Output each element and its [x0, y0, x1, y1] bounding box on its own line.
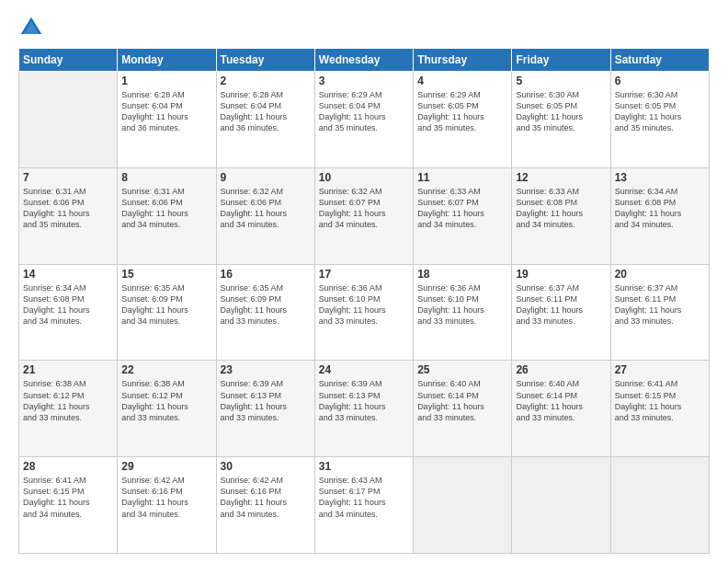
day-info: Sunrise: 6:38 AM Sunset: 6:12 PM Dayligh…	[23, 378, 113, 423]
weekday-header-friday: Friday	[512, 49, 610, 72]
day-number: 15	[121, 268, 211, 281]
calendar-cell: 25Sunrise: 6:40 AM Sunset: 6:14 PM Dayli…	[414, 361, 512, 457]
logo	[18, 15, 46, 40]
day-info: Sunrise: 6:33 AM Sunset: 6:08 PM Dayligh…	[516, 186, 606, 231]
day-info: Sunrise: 6:34 AM Sunset: 6:08 PM Dayligh…	[615, 186, 705, 231]
calendar-cell: 21Sunrise: 6:38 AM Sunset: 6:12 PM Dayli…	[19, 361, 118, 457]
day-info: Sunrise: 6:36 AM Sunset: 6:10 PM Dayligh…	[417, 282, 507, 327]
weekday-header-sunday: Sunday	[19, 49, 118, 72]
calendar-cell: 7Sunrise: 6:31 AM Sunset: 6:06 PM Daylig…	[19, 167, 118, 264]
calendar-cell: 30Sunrise: 6:42 AM Sunset: 6:16 PM Dayli…	[216, 457, 314, 554]
calendar-cell: 27Sunrise: 6:41 AM Sunset: 6:15 PM Dayli…	[610, 361, 709, 457]
calendar-week-4: 21Sunrise: 6:38 AM Sunset: 6:12 PM Dayli…	[19, 361, 710, 457]
calendar-cell: 24Sunrise: 6:39 AM Sunset: 6:13 PM Dayli…	[314, 361, 413, 457]
calendar-table: SundayMondayTuesdayWednesdayThursdayFrid…	[18, 48, 710, 554]
day-info: Sunrise: 6:42 AM Sunset: 6:16 PM Dayligh…	[221, 475, 311, 520]
calendar-header: SundayMondayTuesdayWednesdayThursdayFrid…	[19, 49, 710, 72]
day-info: Sunrise: 6:31 AM Sunset: 6:06 PM Dayligh…	[23, 186, 113, 231]
day-info: Sunrise: 6:31 AM Sunset: 6:06 PM Dayligh…	[121, 186, 211, 231]
day-number: 13	[615, 171, 705, 184]
calendar-cell: 28Sunrise: 6:41 AM Sunset: 6:15 PM Dayli…	[19, 457, 118, 554]
calendar-week-5: 28Sunrise: 6:41 AM Sunset: 6:15 PM Dayli…	[19, 457, 710, 554]
calendar-cell: 17Sunrise: 6:36 AM Sunset: 6:10 PM Dayli…	[314, 264, 413, 361]
day-info: Sunrise: 6:36 AM Sunset: 6:10 PM Dayligh…	[319, 282, 409, 327]
day-number: 25	[417, 363, 507, 376]
calendar-cell: 3Sunrise: 6:29 AM Sunset: 6:04 PM Daylig…	[314, 72, 413, 168]
calendar-cell: 15Sunrise: 6:35 AM Sunset: 6:09 PM Dayli…	[118, 264, 216, 361]
day-info: Sunrise: 6:35 AM Sunset: 6:09 PM Dayligh…	[221, 282, 311, 327]
day-number: 22	[121, 363, 211, 376]
day-number: 21	[23, 363, 113, 376]
calendar-cell: 26Sunrise: 6:40 AM Sunset: 6:14 PM Dayli…	[512, 361, 610, 457]
day-info: Sunrise: 6:41 AM Sunset: 6:15 PM Dayligh…	[615, 378, 705, 423]
day-info: Sunrise: 6:30 AM Sunset: 6:05 PM Dayligh…	[615, 89, 705, 134]
day-number: 2	[221, 75, 311, 87]
calendar-cell	[610, 457, 709, 554]
calendar-cell: 4Sunrise: 6:29 AM Sunset: 6:05 PM Daylig…	[414, 72, 512, 168]
day-number: 9	[221, 171, 311, 184]
calendar-cell: 8Sunrise: 6:31 AM Sunset: 6:06 PM Daylig…	[118, 167, 216, 264]
page: SundayMondayTuesdayWednesdayThursdayFrid…	[0, 0, 728, 563]
day-info: Sunrise: 6:29 AM Sunset: 6:04 PM Dayligh…	[319, 89, 409, 134]
calendar-cell: 19Sunrise: 6:37 AM Sunset: 6:11 PM Dayli…	[512, 264, 610, 361]
day-info: Sunrise: 6:40 AM Sunset: 6:14 PM Dayligh…	[417, 378, 507, 423]
day-number: 14	[23, 268, 113, 281]
day-number: 26	[516, 363, 606, 376]
day-number: 8	[121, 171, 211, 184]
calendar-cell: 29Sunrise: 6:42 AM Sunset: 6:16 PM Dayli…	[118, 457, 216, 554]
calendar-week-1: 1Sunrise: 6:28 AM Sunset: 6:04 PM Daylig…	[19, 72, 710, 168]
calendar-cell: 11Sunrise: 6:33 AM Sunset: 6:07 PM Dayli…	[414, 167, 512, 264]
day-number: 3	[319, 75, 409, 87]
logo-icon	[18, 15, 44, 40]
day-info: Sunrise: 6:29 AM Sunset: 6:05 PM Dayligh…	[417, 89, 507, 134]
calendar-cell: 20Sunrise: 6:37 AM Sunset: 6:11 PM Dayli…	[610, 264, 709, 361]
calendar-cell: 16Sunrise: 6:35 AM Sunset: 6:09 PM Dayli…	[216, 264, 314, 361]
calendar-cell: 6Sunrise: 6:30 AM Sunset: 6:05 PM Daylig…	[610, 72, 709, 168]
day-number: 24	[319, 363, 409, 376]
day-info: Sunrise: 6:38 AM Sunset: 6:12 PM Dayligh…	[121, 378, 211, 423]
calendar-body: 1Sunrise: 6:28 AM Sunset: 6:04 PM Daylig…	[19, 72, 710, 554]
day-number: 16	[221, 268, 311, 281]
day-number: 31	[319, 460, 409, 473]
weekday-header-thursday: Thursday	[414, 49, 512, 72]
day-number: 23	[221, 363, 311, 376]
day-number: 29	[121, 460, 211, 473]
day-info: Sunrise: 6:39 AM Sunset: 6:13 PM Dayligh…	[319, 378, 409, 423]
day-info: Sunrise: 6:28 AM Sunset: 6:04 PM Dayligh…	[221, 89, 311, 134]
day-info: Sunrise: 6:42 AM Sunset: 6:16 PM Dayligh…	[121, 475, 211, 520]
day-number: 17	[319, 268, 409, 281]
calendar-cell	[512, 457, 610, 554]
calendar-cell: 1Sunrise: 6:28 AM Sunset: 6:04 PM Daylig…	[118, 72, 216, 168]
calendar-cell	[19, 72, 118, 168]
calendar-cell: 13Sunrise: 6:34 AM Sunset: 6:08 PM Dayli…	[610, 167, 709, 264]
day-info: Sunrise: 6:32 AM Sunset: 6:06 PM Dayligh…	[221, 186, 311, 231]
calendar-cell: 23Sunrise: 6:39 AM Sunset: 6:13 PM Dayli…	[216, 361, 314, 457]
day-info: Sunrise: 6:40 AM Sunset: 6:14 PM Dayligh…	[516, 378, 606, 423]
weekday-header-saturday: Saturday	[610, 49, 709, 72]
day-number: 27	[615, 363, 705, 376]
calendar-cell: 10Sunrise: 6:32 AM Sunset: 6:07 PM Dayli…	[314, 167, 413, 264]
calendar-cell: 22Sunrise: 6:38 AM Sunset: 6:12 PM Dayli…	[118, 361, 216, 457]
weekday-header-wednesday: Wednesday	[314, 49, 413, 72]
day-info: Sunrise: 6:37 AM Sunset: 6:11 PM Dayligh…	[615, 282, 705, 327]
calendar-cell: 31Sunrise: 6:43 AM Sunset: 6:17 PM Dayli…	[314, 457, 413, 554]
day-number: 6	[615, 75, 705, 87]
calendar-week-2: 7Sunrise: 6:31 AM Sunset: 6:06 PM Daylig…	[19, 167, 710, 264]
calendar-week-3: 14Sunrise: 6:34 AM Sunset: 6:08 PM Dayli…	[19, 264, 710, 361]
calendar-cell: 14Sunrise: 6:34 AM Sunset: 6:08 PM Dayli…	[19, 264, 118, 361]
day-number: 12	[516, 171, 606, 184]
calendar-cell: 2Sunrise: 6:28 AM Sunset: 6:04 PM Daylig…	[216, 72, 314, 168]
day-info: Sunrise: 6:37 AM Sunset: 6:11 PM Dayligh…	[516, 282, 606, 327]
day-info: Sunrise: 6:41 AM Sunset: 6:15 PM Dayligh…	[23, 475, 113, 520]
day-number: 1	[121, 75, 211, 87]
day-info: Sunrise: 6:35 AM Sunset: 6:09 PM Dayligh…	[121, 282, 211, 327]
day-info: Sunrise: 6:33 AM Sunset: 6:07 PM Dayligh…	[417, 186, 507, 231]
day-number: 19	[516, 268, 606, 281]
day-info: Sunrise: 6:39 AM Sunset: 6:13 PM Dayligh…	[221, 378, 311, 423]
day-info: Sunrise: 6:30 AM Sunset: 6:05 PM Dayligh…	[516, 89, 606, 134]
day-number: 7	[23, 171, 113, 184]
calendar-cell: 12Sunrise: 6:33 AM Sunset: 6:08 PM Dayli…	[512, 167, 610, 264]
day-number: 18	[417, 268, 507, 281]
weekday-header-row: SundayMondayTuesdayWednesdayThursdayFrid…	[19, 49, 710, 72]
day-number: 11	[417, 171, 507, 184]
